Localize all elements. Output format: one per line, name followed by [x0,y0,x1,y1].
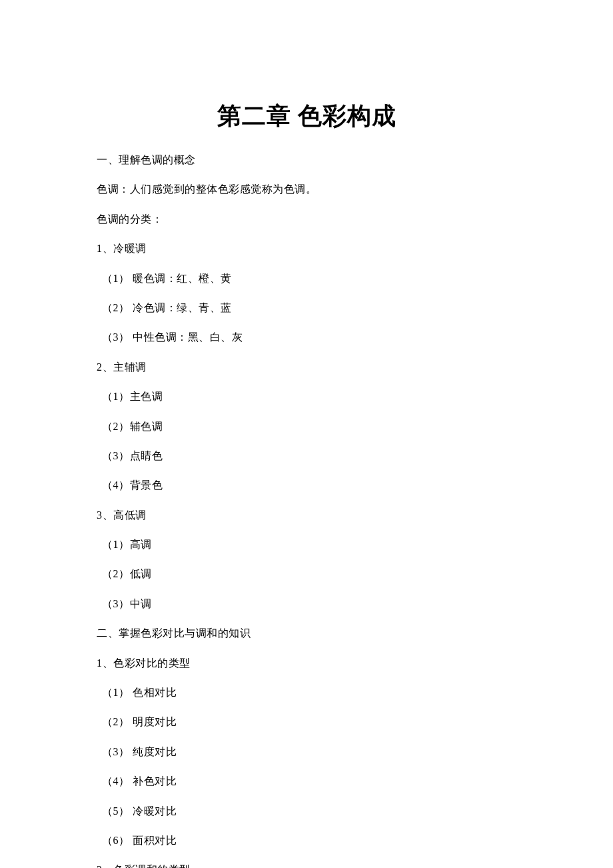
text-line: （6） 面积对比 [97,833,516,848]
text-line: 二、掌握色彩对比与调和的知识 [97,626,516,641]
chapter-title: 第二章 色彩构成 [97,100,516,133]
document-body: 一、理解色调的概念色调：人们感觉到的整体色彩感觉称为色调。色调的分类：1、冷暖调… [97,153,516,868]
text-line: （3） 纯度对比 [97,745,516,759]
text-line: （4） 补色对比 [97,774,516,789]
text-line: 2、色彩调和的类型 [97,863,516,868]
text-line: （1）主色调 [97,389,516,404]
text-line: （3）点睛色 [97,449,516,463]
text-line: （1） 色相对比 [97,685,516,700]
text-line: （3）中调 [97,597,516,611]
text-line: 2、主辅调 [97,360,516,375]
text-line: （3） 中性色调：黑、白、灰 [97,330,516,345]
text-line: （2） 明度对比 [97,715,516,729]
text-line: （2）低调 [97,567,516,581]
text-line: 色调：人们感觉到的整体色彩感觉称为色调。 [97,182,516,197]
text-line: 色调的分类： [97,212,516,227]
text-line: （2）辅色调 [97,419,516,434]
text-line: （1） 暖色调：红、橙、黄 [97,271,516,286]
text-line: （2） 冷色调：绿、青、蓝 [97,301,516,315]
text-line: 一、理解色调的概念 [97,153,516,167]
text-line: 1、冷暖调 [97,241,516,256]
text-line: （1）高调 [97,537,516,552]
text-line: 1、色彩对比的类型 [97,656,516,671]
text-line: （4）背景色 [97,478,516,493]
text-line: （5） 冷暖对比 [97,804,516,819]
text-line: 3、高低调 [97,508,516,523]
